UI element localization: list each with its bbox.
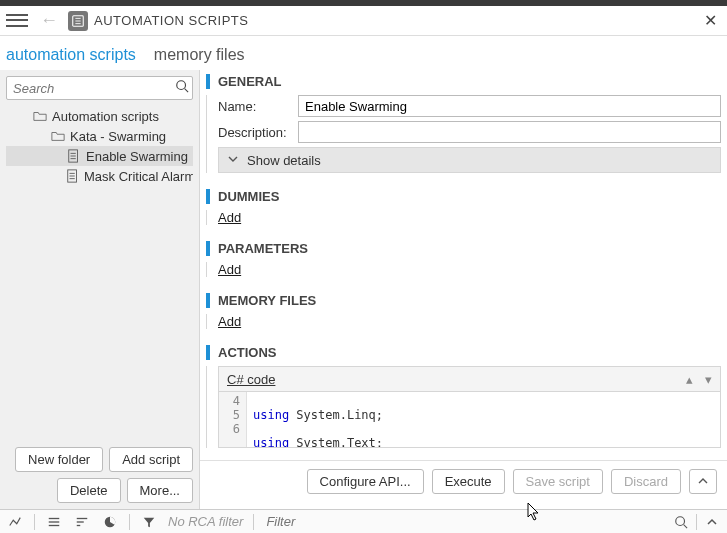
svg-point-4 [177, 81, 186, 90]
discard-button[interactable]: Discard [611, 469, 681, 494]
module-title: AUTOMATION SCRIPTS [94, 13, 248, 28]
svg-line-5 [185, 89, 189, 93]
more-button[interactable]: More... [127, 478, 193, 503]
parameters-add-link[interactable]: Add [218, 262, 241, 277]
tree-root[interactable]: Automation scripts [6, 106, 193, 126]
code-editor[interactable]: 4 5 6 using System.Linq; using System.Te… [218, 392, 721, 448]
section-memory-files-title: MEMORY FILES [206, 293, 721, 308]
close-button[interactable]: ✕ [700, 11, 721, 30]
name-label: Name: [218, 99, 298, 114]
script-icon [66, 148, 82, 164]
description-input[interactable] [298, 121, 721, 143]
add-script-button[interactable]: Add script [109, 447, 193, 472]
chevron-down-icon [227, 153, 239, 168]
code-gutter: 4 5 6 [219, 392, 247, 447]
tab-automation-scripts[interactable]: automation scripts [6, 46, 136, 70]
svg-line-22 [684, 524, 688, 528]
module-icon [68, 11, 88, 31]
section-actions-title: ACTIONS [206, 345, 721, 360]
pie-icon[interactable] [101, 515, 119, 529]
execute-button[interactable]: Execute [432, 469, 505, 494]
expand-button[interactable] [689, 469, 717, 494]
search-icon[interactable] [175, 79, 189, 96]
search-icon[interactable] [672, 515, 690, 529]
show-details-toggle[interactable]: Show details [218, 147, 721, 173]
funnel-icon[interactable] [140, 515, 158, 529]
section-parameters-title: PARAMETERS [206, 241, 721, 256]
move-up-icon[interactable]: ▴ [686, 372, 693, 387]
chart-icon[interactable] [6, 515, 24, 529]
svg-point-21 [676, 516, 685, 525]
move-down-icon[interactable]: ▾ [705, 372, 712, 387]
configure-api-button[interactable]: Configure API... [307, 469, 424, 494]
list-icon[interactable] [45, 515, 63, 529]
delete-button[interactable]: Delete [57, 478, 121, 503]
tab-memory-files[interactable]: memory files [154, 46, 245, 70]
filter-input[interactable] [264, 513, 662, 530]
code-lines: using System.Linq; using System.Text; us… [247, 392, 512, 447]
new-folder-button[interactable]: New folder [15, 447, 103, 472]
section-dummies-title: DUMMIES [206, 189, 721, 204]
tree-script-enable-swarming[interactable]: Enable Swarming [6, 146, 193, 166]
dummies-add-link[interactable]: Add [218, 210, 241, 225]
name-input[interactable] [298, 95, 721, 117]
sort-icon[interactable] [73, 515, 91, 529]
folder-open-icon [50, 128, 66, 144]
collapse-icon[interactable] [703, 516, 721, 528]
folder-open-icon [32, 108, 48, 124]
memory-files-add-link[interactable]: Add [218, 314, 241, 329]
menu-button[interactable] [6, 10, 28, 32]
csharp-code-label[interactable]: C# code [227, 372, 275, 387]
save-script-button[interactable]: Save script [513, 469, 603, 494]
chevron-up-icon [698, 476, 708, 486]
back-arrow-icon: ← [40, 10, 58, 31]
description-label: Description: [218, 125, 298, 140]
search-input[interactable] [6, 76, 193, 100]
section-general-title: GENERAL [206, 74, 721, 89]
script-icon [66, 168, 80, 184]
tree-script-mask-alarms[interactable]: Mask Critical Alarms [6, 166, 193, 186]
tree-folder[interactable]: Kata - Swarming [6, 126, 193, 146]
rca-filter-label[interactable]: No RCA filter [168, 514, 243, 529]
